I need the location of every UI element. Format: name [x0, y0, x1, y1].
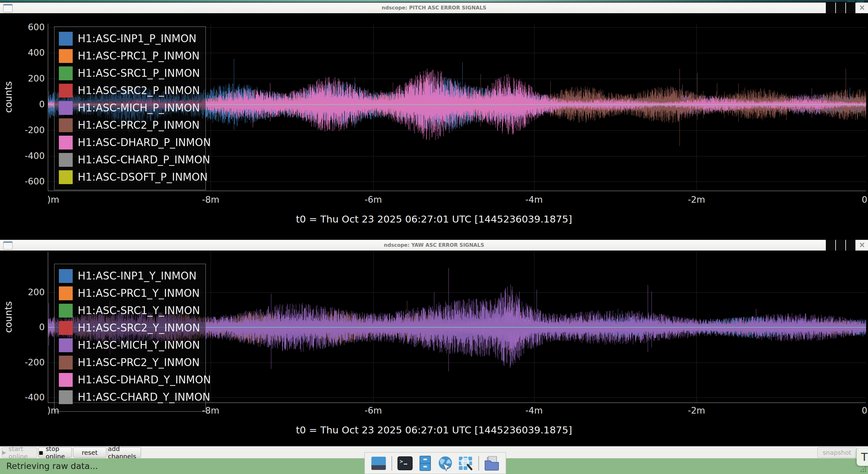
play-icon: ▶ — [2, 449, 6, 455]
channel-name: H1:ASC-PRC2_P_INMON — [78, 119, 199, 131]
titlebar-button[interactable] — [826, 2, 835, 13]
resize-grip-icon[interactable] — [860, 466, 867, 473]
channel-name: H1:ASC-SRC2_P_INMON — [78, 84, 200, 97]
x-tick-label: 0 — [862, 405, 867, 416]
app-finder-icon[interactable] — [457, 455, 474, 472]
legend-entry[interactable]: H1:ASC-SRC1_Y_INMON — [59, 302, 206, 319]
legend-entry[interactable]: H1:ASC-SRC2_Y_INMON — [59, 319, 206, 337]
window-title: ndscope: PITCH ASC ERROR SIGNALS — [0, 2, 868, 13]
y-tick-label: -200 — [2, 357, 45, 368]
y-tick-label: -400 — [2, 392, 45, 403]
close-icon[interactable]: × — [856, 2, 868, 13]
close-icon[interactable]: × — [856, 240, 868, 251]
legend-swatch — [59, 84, 73, 98]
plot-area[interactable]: counts 2000-200-400 H1:ASC-INP1_Y_INMONH… — [0, 251, 868, 446]
background-window-button — [847, 0, 855, 2]
taskbar-separator — [392, 456, 392, 471]
y-tick-label: -600 — [2, 176, 45, 187]
legend[interactable]: H1:ASC-INP1_Y_INMONH1:ASC-PRC1_Y_INMONH1… — [54, 264, 206, 412]
legend-entry[interactable]: H1:ASC-INP1_P_INMON — [59, 30, 206, 47]
legend-swatch — [59, 321, 73, 335]
titlebar-button[interactable] — [826, 240, 835, 251]
legend-swatch — [59, 153, 73, 167]
plot-area[interactable]: counts 6004002000-200-400-600 H1:ASC-INP… — [0, 13, 868, 239]
x-tick-label: )m — [47, 405, 59, 416]
y-tick-label: 0 — [2, 322, 45, 333]
legend-swatch — [59, 49, 73, 63]
legend-swatch — [59, 101, 73, 115]
legend-entry[interactable]: H1:ASC-MICH_Y_INMON — [59, 337, 206, 354]
legend-swatch — [59, 373, 73, 387]
channel-name: H1:ASC-MICH_P_INMON — [78, 102, 200, 114]
x-tick-label: -6m — [365, 194, 382, 205]
legend-swatch — [59, 338, 73, 352]
window-title: ndscope: YAW ASC ERROR SIGNALS — [0, 240, 868, 251]
legend-entry[interactable]: H1:ASC-INP1_Y_INMON — [59, 267, 206, 285]
y-tick-label: -400 — [2, 151, 45, 161]
t0-label: t0 = Thu Oct 23 2025 06:27:01 UTC [14452… — [0, 424, 868, 436]
legend-entry[interactable]: H1:ASC-DHARD_P_INMON — [59, 134, 206, 151]
legend-entry[interactable]: H1:ASC-CHARD_P_INMON — [59, 151, 206, 168]
terminal-icon[interactable]: > — [397, 455, 413, 472]
x-tick-label: -6m — [365, 405, 382, 416]
reset-button[interactable]: reset — [73, 447, 106, 457]
snapshot-button[interactable]: snapshot — [817, 447, 857, 457]
legend-entry[interactable]: H1:ASC-PRC1_P_INMON — [59, 47, 206, 65]
y-tick-label: -200 — [2, 125, 45, 135]
legend-entry[interactable]: H1:ASC-MICH_P_INMON — [59, 99, 206, 117]
legend-swatch — [59, 390, 73, 404]
start-online-button[interactable]: ▶ start online — [2, 447, 37, 457]
titlebar[interactable]: ndscope: YAW ASC ERROR SIGNALS × — [0, 240, 868, 251]
ndscope-window-pitch: ndscope: PITCH ASC ERROR SIGNALS × count… — [0, 2, 868, 239]
legend-entry[interactable]: H1:ASC-PRC2_P_INMON — [59, 117, 206, 134]
taskbar-panel: > — [365, 452, 506, 474]
legend-swatch — [59, 286, 73, 300]
legend-swatch — [59, 170, 73, 184]
channel-name: H1:ASC-CHARD_Y_INMON — [78, 391, 210, 403]
file-folder-icon[interactable] — [484, 455, 500, 472]
legend-swatch — [59, 136, 73, 150]
titlebar-button[interactable] — [846, 240, 856, 251]
legend-entry[interactable]: H1:ASC-DSOFT_P_INMON — [59, 168, 206, 186]
desktop: ndscope: PITCH ASC ERROR SIGNALS × count… — [0, 0, 868, 474]
legend-entry[interactable]: H1:ASC-SRC2_P_INMON — [59, 82, 206, 99]
y-tick-label: 200 — [2, 73, 45, 84]
legend[interactable]: H1:ASC-INP1_P_INMONH1:ASC-PRC1_P_INMONH1… — [54, 26, 206, 190]
titlebar-button[interactable] — [836, 240, 845, 251]
web-browser-icon[interactable] — [437, 455, 454, 472]
stop-icon: ■ — [39, 450, 43, 455]
titlebar-button[interactable] — [836, 2, 845, 13]
background-window-button — [857, 0, 864, 2]
channel-name: H1:ASC-INP1_Y_INMON — [78, 270, 196, 282]
x-tick-label: )m — [47, 194, 59, 205]
x-tick-label: -2m — [688, 194, 705, 205]
channel-name: H1:ASC-DHARD_P_INMON — [78, 136, 211, 149]
x-tick-label: -8m — [202, 194, 219, 205]
legend-entry[interactable]: H1:ASC-DHARD_Y_INMON — [59, 371, 206, 388]
legend-swatch — [59, 118, 73, 132]
file-manager-icon[interactable] — [417, 455, 434, 472]
legend-swatch — [59, 356, 73, 370]
x-tick-label: -8m — [202, 405, 219, 416]
legend-entry[interactable]: H1:ASC-PRC2_Y_INMON — [59, 354, 206, 371]
desktop-icon[interactable] — [370, 455, 387, 472]
y-tick-label: 200 — [2, 287, 45, 297]
svg-text:>: > — [400, 458, 403, 465]
status-text: Retrieving raw data... — [6, 461, 98, 471]
titlebar[interactable]: ndscope: PITCH ASC ERROR SIGNALS × — [0, 2, 868, 13]
legend-swatch — [59, 32, 73, 45]
legend-entry[interactable]: H1:ASC-SRC1_P_INMON — [59, 65, 206, 82]
legend-entry[interactable]: H1:ASC-PRC1_Y_INMON — [59, 285, 206, 302]
x-tick-label: -2m — [688, 405, 705, 416]
titlebar-button[interactable] — [846, 2, 856, 13]
channel-name: H1:ASC-SRC2_Y_INMON — [78, 322, 200, 334]
channel-name: H1:ASC-MICH_Y_INMON — [78, 339, 200, 351]
legend-entry[interactable]: H1:ASC-CHARD_Y_INMON — [59, 388, 206, 406]
channel-name: H1:ASC-CHARD_P_INMON — [78, 154, 210, 166]
add-channels-button[interactable]: add channels — [107, 447, 141, 457]
legend-swatch — [59, 66, 73, 80]
y-tick-label: 400 — [2, 48, 45, 58]
stop-online-button[interactable]: ■ stop online — [38, 447, 72, 457]
channel-name: H1:ASC-PRC2_Y_INMON — [78, 356, 199, 369]
legend-swatch — [59, 269, 73, 283]
